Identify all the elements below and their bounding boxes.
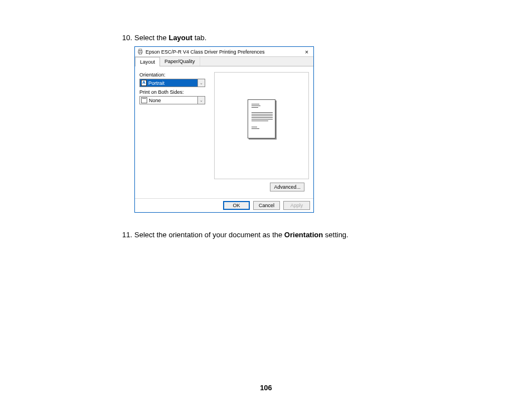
tab-layout[interactable]: Layout (135, 57, 160, 66)
tab-strip: Layout Paper/Quality (135, 57, 313, 66)
chevron-down-icon: ⌄ (197, 97, 205, 104)
ok-button[interactable]: OK (223, 201, 250, 210)
preview-panel (214, 72, 309, 179)
step-text: Select the orientation of your document … (134, 231, 420, 239)
svg-rect-2 (139, 52, 142, 54)
svg-rect-1 (139, 49, 142, 51)
both-sides-dropdown[interactable]: None ⌄ (139, 96, 205, 104)
step-text: Select the Layout tab. (134, 33, 420, 42)
cancel-button[interactable]: Cancel (253, 201, 280, 210)
dialog-footer: OK Cancel Apply (135, 198, 313, 212)
both-sides-value: None (149, 98, 161, 103)
step-pre: Select the orientation of your document … (134, 231, 284, 239)
step-bold: Orientation (284, 231, 323, 239)
label-orientation: Orientation: (139, 72, 211, 78)
label-both-sides: Print on Both Sides: (139, 89, 211, 95)
document-page: 10. Select the Layout tab. Epson ESC/P-R… (0, 0, 532, 239)
advanced-button[interactable]: Advanced... (270, 183, 304, 191)
step-number: 11. (120, 231, 134, 239)
step-10: 10. Select the Layout tab. (120, 33, 420, 42)
advanced-row: Advanced... (139, 179, 309, 194)
step-bold: Layout (168, 33, 192, 42)
chevron-down-icon: ⌄ (197, 79, 205, 87)
step-post: tab. (192, 33, 206, 42)
portrait-icon (141, 80, 147, 86)
printer-icon (137, 49, 143, 55)
window-title: Epson ESC/P-R V4 Class Driver Printing P… (146, 49, 302, 55)
step-number: 10. (120, 33, 134, 42)
orientation-dropdown[interactable]: Portrait ⌄ (139, 79, 205, 87)
settings-column: Orientation: Portrait ⌄ Print on Both Si… (139, 70, 211, 179)
apply-button[interactable]: Apply (283, 201, 310, 210)
tab-content-layout: Orientation: Portrait ⌄ Print on Both Si… (135, 66, 313, 198)
titlebar: Epson ESC/P-R V4 Class Driver Printing P… (135, 47, 313, 57)
page-number: 106 (0, 384, 532, 392)
tab-paper-quality[interactable]: Paper/Quality (160, 57, 200, 66)
step-pre: Select the (134, 33, 168, 42)
printing-preferences-dialog: Epson ESC/P-R V4 Class Driver Printing P… (134, 46, 314, 213)
step-post: setting. (323, 231, 349, 239)
close-button[interactable]: × (302, 49, 311, 55)
page-icon (141, 97, 147, 103)
step-11: 11. Select the orientation of your docum… (120, 231, 420, 239)
orientation-value: Portrait (148, 80, 165, 86)
preview-page-thumbnail (248, 99, 275, 138)
